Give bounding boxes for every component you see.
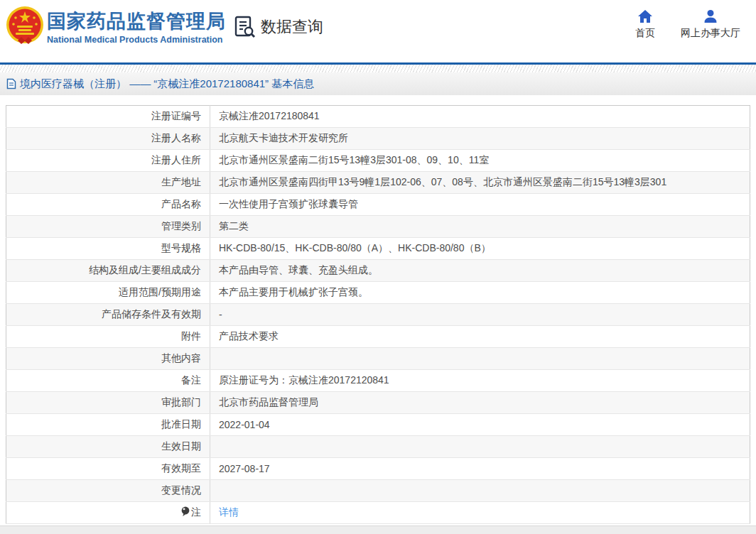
home-icon [637, 9, 653, 23]
table-row: 审批部门 北京市药品监督管理局 [6, 392, 750, 414]
footer-band [0, 525, 756, 534]
row-value: 详情 [210, 502, 750, 524]
row-value [210, 480, 750, 502]
row-label: 注册证编号 [6, 106, 210, 128]
row-value [210, 348, 750, 370]
data-query-label: 数据查询 [261, 16, 323, 38]
row-value: 2027-08-17 [210, 458, 750, 480]
row-value: 京械注准20172180841 [210, 106, 750, 128]
nav-service-hall-label: 网上办事大厅 [681, 27, 740, 40]
nav-item-service-hall[interactable]: 网上办事大厅 [681, 9, 740, 40]
table-row: 结构及组成/主要组成成分 本产品由导管、球囊、充盈头组成。 [6, 260, 750, 282]
row-value: 北京市通州区景盛南二街15号13幢3层301-08、09、10、11室 [210, 150, 750, 172]
page: 国家药品监督管理局 National Medical Products Admi… [0, 0, 756, 534]
document-search-icon [234, 16, 256, 38]
row-value: 北京市通州区景盛南四街甲13号9幢1层102-06、07、08号、北京市通州区景… [210, 172, 750, 194]
hatched-strip [0, 65, 756, 72]
table-row: 生产地址 北京市通州区景盛南四街甲13号9幢1层102-06、07、08号、北京… [6, 172, 750, 194]
row-label: 注册人住所 [6, 150, 210, 172]
row-label: 型号规格 [6, 238, 210, 260]
row-value: 产品技术要求 [210, 326, 750, 348]
row-value: 北京市药品监督管理局 [210, 392, 750, 414]
row-value: 原注册证号为：京械注准20172120841 [210, 370, 750, 392]
table-row: 其他内容 [6, 348, 750, 370]
nav-item-home[interactable]: 首页 [635, 9, 655, 40]
row-value: 2022-01-04 [210, 414, 750, 436]
row-label: 结构及组成/主要组成成分 [6, 260, 210, 282]
org-title-block: 国家药品监督管理局 National Medical Products Admi… [47, 10, 226, 45]
nav-home-label: 首页 [635, 27, 655, 40]
table-row: 注册人住所 北京市通州区景盛南二街15号13幢3层301-08、09、10、11… [6, 150, 750, 172]
row-label: 有效期至 [6, 458, 210, 480]
row-label: 注 [6, 502, 210, 524]
detail-link[interactable]: 详情 [219, 506, 239, 518]
table-row: 备注 原注册证号为：京械注准20172120841 [6, 370, 750, 392]
row-value: 本产品主要用于机械扩张子宫颈。 [210, 282, 750, 304]
row-label: 注册人名称 [6, 128, 210, 150]
row-value: 第二类 [210, 216, 750, 238]
note-label: 注 [191, 506, 201, 518]
row-value: - [210, 304, 750, 326]
row-label: 变更情况 [6, 480, 210, 502]
document-icon [6, 78, 16, 89]
row-label: 审批部门 [6, 392, 210, 414]
site-header: 国家药品监督管理局 National Medical Products Admi… [0, 0, 756, 62]
table-row: 批准日期 2022-01-04 [6, 414, 750, 436]
row-label: 备注 [6, 370, 210, 392]
row-label: 产品名称 [6, 194, 210, 216]
row-label: 管理类别 [6, 216, 210, 238]
table-row: 注册证编号 京械注准20172180841 [6, 106, 750, 128]
row-label: 生效日期 [6, 436, 210, 458]
row-label: 其他内容 [6, 348, 210, 370]
org-name-cn: 国家药品监督管理局 [47, 10, 226, 33]
row-label: 生产地址 [6, 172, 210, 194]
table-row: 适用范围/预期用途 本产品主要用于机械扩张子宫颈。 [6, 282, 750, 304]
org-name-en: National Medical Products Administration [47, 35, 226, 45]
table-row: 管理类别 第二类 [6, 216, 750, 238]
row-value: 本产品由导管、球囊、充盈头组成。 [210, 260, 750, 282]
row-label: 产品储存条件及有效期 [6, 304, 210, 326]
national-emblem-logo [6, 6, 44, 45]
user-icon [703, 9, 718, 23]
table-row: 型号规格 HK-CDB-80/15、HK-CDB-80/80（A）、HK-CDB… [6, 238, 750, 260]
table-row: 附件 产品技术要求 [6, 326, 750, 348]
table-row: 有效期至 2027-08-17 [6, 458, 750, 480]
row-value: HK-CDB-80/15、HK-CDB-80/80（A）、HK-CDB-80/8… [210, 238, 750, 260]
row-value: 一次性使用子宫颈扩张球囊导管 [210, 194, 750, 216]
row-label: 附件 [6, 326, 210, 348]
breadcrumb: 境内医疗器械（注册） —— “京械注准20172180841” 基本信息 [0, 72, 756, 95]
table-row: 注册人名称 北京航天卡迪技术开发研究所 [6, 128, 750, 150]
balloon-note-icon [181, 506, 190, 517]
table-row: 生效日期 [6, 436, 750, 458]
registration-info-table: 注册证编号 京械注准20172180841 注册人名称 北京航天卡迪技术开发研究… [6, 105, 750, 524]
row-value [210, 436, 750, 458]
table-row: 变更情况 [6, 480, 750, 502]
table-row: 产品名称 一次性使用子宫颈扩张球囊导管 [6, 194, 750, 216]
row-value: 北京航天卡迪技术开发研究所 [210, 128, 750, 150]
table-row-note: 注 详情 [6, 502, 750, 524]
data-query-section[interactable]: 数据查询 [234, 16, 323, 38]
breadcrumb-text: 境内医疗器械（注册） —— “京械注准20172180841” 基本信息 [20, 77, 314, 91]
row-label: 批准日期 [6, 414, 210, 436]
row-label: 适用范围/预期用途 [6, 282, 210, 304]
table-row: 产品储存条件及有效期 - [6, 304, 750, 326]
header-nav: 首页 网上办事大厅 [635, 9, 740, 40]
